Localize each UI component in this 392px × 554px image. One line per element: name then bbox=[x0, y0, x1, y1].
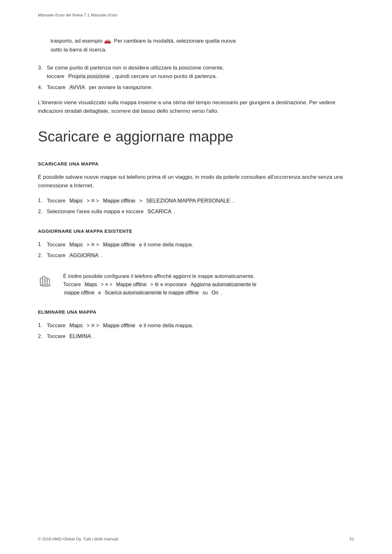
maps-label-tip: Maps bbox=[84, 282, 98, 287]
list-item-3: 3. Se come punto di partenza non si desi… bbox=[38, 63, 354, 81]
mappe-offline-auto-label: mappe offline bbox=[63, 290, 95, 295]
tip-icon-container: ☞ bbox=[38, 272, 57, 291]
aggiorna-item-2-num: 2. bbox=[38, 251, 47, 260]
mappe-offline-label-a1: Mappe offline bbox=[102, 242, 136, 248]
elimina-item-2-num: 2. bbox=[38, 332, 47, 340]
item-4-num: 4. bbox=[38, 83, 47, 92]
itinerario-text: L'itinerario viene visualizzato sulla ma… bbox=[38, 98, 354, 115]
mappe-offline-label-tip: Mappe offline bbox=[115, 282, 148, 287]
paragraph-itinerario: L'itinerario viene visualizzato sulla ma… bbox=[38, 98, 354, 115]
aggiorna-item-1-text: Toccare Maps > ≡ > Mappe offline e il no… bbox=[47, 240, 193, 249]
scarica-item-1-text: Toccare Maps > ≡ > Mappe offline > SELEZ… bbox=[47, 196, 234, 205]
aggiorna-label: AGGIORNA bbox=[69, 252, 100, 258]
svg-text:☞: ☞ bbox=[39, 276, 49, 288]
item-4-text: Toccare AVVIA per avviare la navigazione… bbox=[47, 83, 153, 92]
elimina-label: ELIMINA bbox=[69, 333, 92, 339]
subsection-title-scarica: SCARICARE UNA MAPPA bbox=[38, 161, 354, 166]
page-header: Manuale d'uso del Nokia 7.1 Manuale d'us… bbox=[38, 13, 354, 17]
mappe-offline-label-s1: Mappe offline bbox=[102, 198, 136, 204]
scarica-description: È possibile salvare nuove mappe sul tele… bbox=[38, 173, 354, 190]
item-3-text: Se come punto di partenza non si desider… bbox=[47, 63, 224, 81]
page-container: Manuale d'uso del Nokia 7.1 Manuale d'us… bbox=[0, 0, 392, 554]
intro-transport-line: trasporto, ad esempio 🚗. Per cambiare la… bbox=[51, 36, 354, 54]
scarica-list: 1. Toccare Maps > ≡ > Mappe offline > SE… bbox=[38, 196, 354, 216]
intro-block: trasporto, ad esempio 🚗. Per cambiare la… bbox=[38, 36, 354, 54]
aggiorna-item-2-text: Toccare AGGIORNA . bbox=[47, 251, 102, 260]
footer: © 2018 HMD Global Oy. Tutti i diritti ri… bbox=[38, 537, 354, 541]
numbered-list-intro: 3. Se come punto di partenza non si desi… bbox=[38, 63, 354, 92]
mappe-offline-label-e1: Mappe offline bbox=[102, 322, 136, 328]
on-label: On bbox=[211, 290, 219, 295]
elimina-item-1-text: Toccare Maps > ≡ > Mappe offline e il no… bbox=[47, 321, 193, 330]
scarica-item-1-num: 1. bbox=[38, 196, 47, 205]
scarica-item-2: 2. Selezionare l'area sulla mappa e tocc… bbox=[38, 207, 354, 216]
page-number: 51 bbox=[350, 537, 354, 541]
hamburger-icon-s1: ≡ bbox=[91, 197, 95, 204]
maps-label-a1: Maps bbox=[69, 242, 84, 248]
scarica-item-2-num: 2. bbox=[38, 207, 47, 216]
aggiorna-item-1-num: 1. bbox=[38, 240, 47, 249]
subsection-title-aggiorna: AGGIORNARE UNA MAPPA ESISTENTE bbox=[38, 228, 354, 234]
aggiorna-auto-label: Aggiorna automaticamente le bbox=[190, 282, 257, 287]
scarica-label: SCARICA bbox=[147, 208, 172, 214]
maps-label-e1: Maps bbox=[69, 322, 84, 328]
elimina-list: 1. Toccare Maps > ≡ > Mappe offline e il… bbox=[38, 321, 354, 340]
avvia-label: AVVIA bbox=[69, 84, 86, 90]
elimina-item-2: 2. Toccare ELIMINA . bbox=[38, 332, 354, 340]
gear-icon-tip: ⚙ bbox=[154, 282, 159, 287]
header-text: Manuale d'uso del Nokia 7.1 Manuale d'us… bbox=[38, 13, 117, 17]
aggiorna-item-2: 2. Toccare AGGIORNA . bbox=[38, 251, 354, 260]
elimina-item-1-num: 1. bbox=[38, 321, 47, 329]
hamburger-icon-tip: ≡ bbox=[105, 282, 108, 287]
aggiorna-list: 1. Toccare Maps > ≡ > Mappe offline e il… bbox=[38, 240, 354, 260]
section-title-mappe: Scaricare e aggiornare mappe bbox=[38, 128, 354, 145]
maps-label-s1: Maps bbox=[69, 198, 84, 204]
elimina-item-1: 1. Toccare Maps > ≡ > Mappe offline e il… bbox=[38, 321, 354, 330]
elimina-item-2-text: Toccare ELIMINA . bbox=[47, 332, 95, 340]
aggiorna-item-1: 1. Toccare Maps > ≡ > Mappe offline e il… bbox=[38, 240, 354, 249]
seleziona-label: SELEZIONA MAPPA PERSONALE bbox=[145, 198, 231, 204]
scarica-item-1: 1. Toccare Maps > ≡ > Mappe offline > SE… bbox=[38, 196, 354, 205]
list-item-4: 4. Toccare AVVIA per avviare la navigazi… bbox=[38, 83, 354, 92]
hamburger-icon-a1: ≡ bbox=[91, 241, 95, 248]
propria-posizione-label: Propria posizione bbox=[67, 73, 111, 79]
item-3-num: 3. bbox=[38, 63, 47, 72]
tip-text-content: È inoltre possibile configurare il telef… bbox=[63, 272, 257, 297]
scarica-auto-label: Scarica automaticamente le mappe offline bbox=[104, 290, 200, 295]
hamburger-icon-e1: ≡ bbox=[91, 322, 95, 328]
hand-icon: ☞ bbox=[38, 272, 55, 290]
tip-box: ☞ È inoltre possibile configurare il tel… bbox=[38, 269, 354, 300]
car-icon: 🚗 bbox=[104, 38, 111, 44]
copyright-text: © 2018 HMD Global Oy. Tutti i diritti ri… bbox=[38, 537, 119, 541]
scarica-item-2-text: Selezionare l'area sulla mappa e toccare… bbox=[47, 207, 175, 216]
subsection-title-elimina: ELIMINARE UNA MAPPA bbox=[38, 309, 354, 315]
